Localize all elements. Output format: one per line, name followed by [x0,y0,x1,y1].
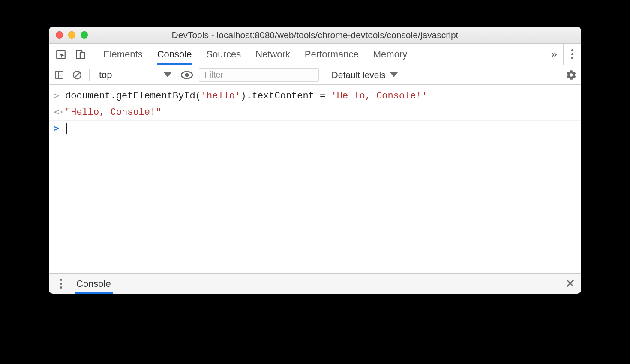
gear-icon [566,69,577,81]
tab-elements[interactable]: Elements [103,44,143,65]
input-marker-icon: > [54,89,65,102]
svg-rect-2 [80,52,85,58]
console-toolbar: top Default levels [49,65,581,85]
zoom-window-button[interactable] [81,31,88,39]
svg-rect-3 [55,72,63,78]
chevron-down-icon [164,72,171,77]
window-titlebar: DevTools - localhost:8080/web/tools/chro… [49,27,581,44]
console-input[interactable] [65,122,67,136]
console-log-line: > document.getElementById('hello').textC… [49,88,581,104]
execution-context-label: top [99,69,112,81]
console-entry-code: document.getElementById('hello').textCon… [65,89,427,103]
console-output[interactable]: > document.getElementById('hello').textC… [49,85,581,273]
tab-network[interactable]: Network [255,44,290,65]
text-caret [66,123,67,134]
toggle-sidebar-icon[interactable] [53,69,65,81]
execution-context-select[interactable]: top [96,69,175,81]
minimize-window-button[interactable] [68,31,75,39]
window-title: DevTools - localhost:8080/web/tools/chro… [49,30,581,40]
kebab-menu-icon [571,49,573,59]
svg-line-6 [75,72,80,78]
divider [89,69,90,81]
live-expression-icon[interactable] [181,69,193,81]
tabs-overflow-button[interactable]: » [545,44,563,65]
tabs-overflow-label: » [551,48,557,61]
console-prompt-line[interactable]: > [49,121,581,137]
devtools-menu-button[interactable] [563,44,581,65]
console-filter-input[interactable] [199,68,319,82]
tab-memory[interactable]: Memory [373,44,407,65]
tab-sources[interactable]: Sources [206,44,241,65]
close-icon: ✕ [565,277,575,290]
kebab-menu-icon [60,279,62,289]
log-levels-label: Default levels [332,70,386,80]
main-tabs-row: Elements Console Sources Network Perform… [49,44,581,65]
clear-console-icon[interactable] [71,69,83,81]
drawer-close-button[interactable]: ✕ [565,278,575,290]
result-marker-icon: <· [54,105,65,118]
console-result-value: "Hello, Console!" [65,105,161,119]
tab-performance[interactable]: Performance [305,44,359,65]
traffic-lights [49,31,88,39]
inspect-element-icon[interactable] [55,48,67,60]
console-settings-button[interactable] [558,65,577,84]
log-levels-select[interactable]: Default levels [325,70,401,80]
drawer-menu-button[interactable] [55,278,67,290]
console-result-line: <· "Hello, Console!" [49,104,581,121]
tab-console[interactable]: Console [157,44,192,65]
devtools-window: DevTools - localhost:8080/web/tools/chro… [49,27,581,294]
close-window-button[interactable] [56,31,63,39]
main-tabs: Elements Console Sources Network Perform… [93,44,545,65]
svg-point-8 [185,73,189,77]
prompt-marker-icon: > [54,122,65,134]
tabs-left-icons [49,44,93,65]
drawer: Console ✕ [49,273,581,294]
chevron-down-icon [390,72,398,77]
drawer-tab-console[interactable]: Console [75,274,113,294]
device-toolbar-icon[interactable] [75,48,87,60]
